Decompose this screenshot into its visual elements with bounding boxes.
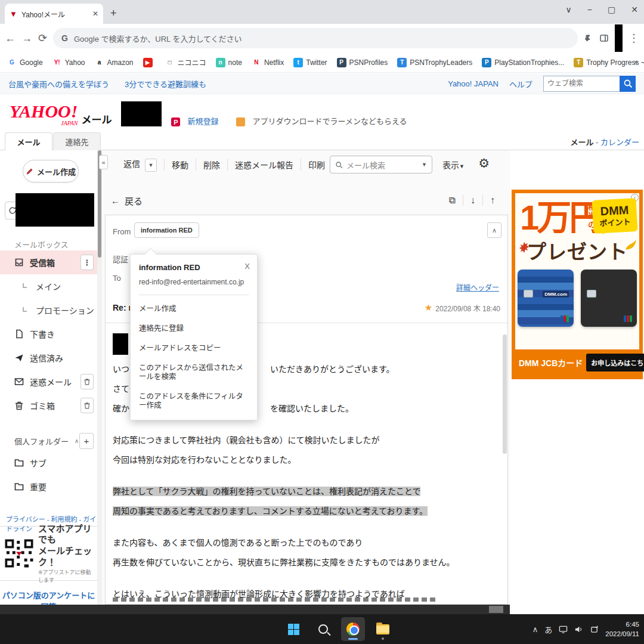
ime-indicator[interactable]: あ [544, 624, 552, 635]
folder-row[interactable]: 迷惑メール [0, 370, 97, 394]
yahoo-japan-link[interactable]: Yahoo! JAPAN [448, 79, 499, 88]
ad-cta-button[interactable]: お申し込みはこちら › [586, 354, 644, 371]
tab-contacts[interactable]: 連絡先 [53, 132, 101, 150]
personal-folder-header[interactable]: 個人フォルダー ∧ + [0, 431, 97, 451]
start-button[interactable] [281, 617, 305, 641]
folder-row[interactable]: 送信済み [0, 346, 97, 370]
web-search-button[interactable] [620, 76, 636, 92]
delete-button[interactable]: 削除 [196, 159, 227, 171]
popup-menu-item[interactable]: このアドレスから送信されたメールを検索 [139, 357, 249, 385]
pencil-icon [26, 168, 33, 175]
close-icon[interactable]: ✕ [631, 5, 638, 14]
scroll-button[interactable] [489, 606, 503, 613]
bookmark-item[interactable]: N Netflix [248, 56, 287, 69]
display-icon[interactable] [559, 625, 568, 634]
mail-scrollbar-thumb[interactable] [503, 335, 507, 454]
open-new-window-icon[interactable]: ⧉ [442, 195, 463, 206]
mail-search-box[interactable]: メール検索 ▼ [330, 156, 432, 174]
speaker-icon[interactable] [574, 625, 583, 634]
taskbar-explorer-button[interactable] [371, 617, 395, 641]
next-mail-icon[interactable]: ↓ [463, 195, 482, 206]
bookmark-item[interactable]: P PSNProfiles [333, 56, 392, 69]
window-controls: ∨ − ▢ ✕ [566, 5, 638, 14]
forward-icon[interactable]: → [21, 32, 32, 45]
print-button[interactable]: 印刷 [301, 159, 332, 171]
bookmark-item[interactable]: t Twitter [290, 56, 330, 69]
rotation-lock-icon[interactable] [590, 625, 599, 634]
signup-link[interactable]: 新規登録 [187, 115, 218, 126]
restore-icon[interactable]: ▢ [608, 5, 615, 14]
compose-button[interactable]: メール作成 [23, 160, 79, 182]
reply-caret-icon[interactable]: ▼ [145, 159, 157, 172]
popup-menu-item[interactable]: 連絡先に登録 [139, 317, 249, 337]
recipient-name-redacted [113, 333, 128, 355]
reply-button[interactable]: 返信▼ [116, 157, 164, 172]
back-arrow-icon[interactable]: ← [111, 196, 120, 206]
bookmark-item[interactable]: ▶ [140, 56, 159, 69]
taskbar-chrome-button[interactable] [341, 617, 365, 641]
tab-search-icon[interactable]: ∨ [566, 5, 572, 14]
folder-row[interactable]: 受信箱 ⋮ [0, 250, 97, 274]
header-collapse-icon[interactable]: ∧ [487, 222, 501, 238]
search-icon [335, 161, 343, 169]
browser-tab[interactable]: ▼ Yahoo!メール ✕ [5, 4, 103, 24]
new-tab-button[interactable]: + [110, 7, 117, 20]
bookmark-item[interactable]: Y! Yahoo [49, 56, 89, 69]
popup-close-icon[interactable]: X [244, 262, 250, 271]
search-caret-icon[interactable]: ▼ [422, 162, 427, 168]
folder-action[interactable] [80, 374, 94, 389]
profile-avatar-redacted[interactable] [615, 24, 623, 52]
bookmark-favicon: □ [165, 58, 175, 67]
app-promo-link[interactable]: アプリダウンロードでラーメンなどもらえる [252, 115, 407, 126]
yahoo-logo[interactable]: YAHOO!JAPAN メール [10, 104, 112, 126]
folder-action[interactable] [80, 398, 94, 413]
bookmark-item[interactable]: □ ニコニコ [162, 55, 210, 69]
bookmarks-overflow-icon[interactable]: » [629, 57, 643, 66]
minimize-icon[interactable]: − [587, 5, 592, 14]
tab-close-icon[interactable]: ✕ [92, 10, 98, 18]
folder-row[interactable]: 下書き [0, 322, 97, 346]
folder-row[interactable]: メイン [0, 274, 97, 298]
tray-chevron-icon[interactable]: ∧ [532, 625, 538, 634]
bookmark-item[interactable]: T PSNTrophyLeaders [394, 56, 476, 69]
detail-header-link[interactable]: 詳細ヘッダー [456, 282, 499, 292]
back-icon[interactable]: ← [5, 32, 16, 45]
bookmark-item[interactable]: P PlayStationTrophies... [478, 56, 568, 69]
gear-icon[interactable]: ⚙ [478, 156, 490, 171]
add-folder-button[interactable]: + [79, 433, 94, 449]
folder-row[interactable]: ゴミ箱 [0, 394, 97, 417]
bookmark-item[interactable]: G Google [4, 56, 47, 69]
tab-mail[interactable]: メール [5, 132, 52, 150]
taskbar-search-button[interactable] [311, 617, 335, 641]
reload-icon[interactable]: ⟳ [38, 32, 47, 45]
personal-folder-row[interactable]: サブ [0, 451, 97, 475]
star-icon[interactable]: ★ [425, 302, 432, 313]
nav-calendar-link[interactable]: カレンダー [600, 138, 639, 147]
bookmark-item[interactable]: a Amazon [91, 56, 137, 69]
folder-row[interactable]: プロモーション [0, 298, 97, 322]
omnibox[interactable]: G Google で検索するか、URL を入力してください [53, 28, 578, 48]
personal-folder-row[interactable]: 重要 [0, 475, 97, 499]
browser-menu-icon[interactable]: ⋮ [628, 32, 639, 45]
chevron-up-icon[interactable]: ∧ [75, 438, 79, 444]
news-link-1[interactable]: 台風や豪雨への備えを学ぼう [8, 78, 109, 89]
dmm-ad[interactable]: i 1万円 相当の DMM ポイント プレゼント DMM.com DMM JCB… [512, 190, 643, 379]
side-panel-icon[interactable] [599, 33, 609, 43]
web-search-input[interactable] [543, 76, 620, 92]
move-button[interactable]: 移動 [164, 159, 196, 171]
bookmark-item[interactable]: n note [212, 56, 246, 69]
sender-chip[interactable]: information RED [134, 222, 199, 238]
taskbar-clock[interactable]: 6:45 2022/09/11 [605, 620, 639, 639]
extensions-icon[interactable] [584, 33, 593, 43]
popup-menu-item[interactable]: メールアドレスをコピー [139, 337, 249, 357]
news-link-2[interactable]: 3分でできる避難訓練も [125, 78, 206, 89]
view-button[interactable]: 表示▼ [442, 159, 465, 171]
popup-menu-item[interactable]: このアドレスを条件にフィルター作成 [139, 385, 249, 414]
help-link[interactable]: ヘルプ [509, 78, 532, 89]
folder-action[interactable]: ⋮ [80, 255, 94, 270]
popup-menu-item[interactable]: メール作成 [139, 298, 249, 317]
back-label[interactable]: 戻る [125, 194, 143, 207]
spam-report-button[interactable]: 迷惑メール報告 [227, 159, 301, 171]
body-line [113, 572, 496, 584]
prev-mail-icon[interactable]: ↑ [482, 195, 502, 206]
